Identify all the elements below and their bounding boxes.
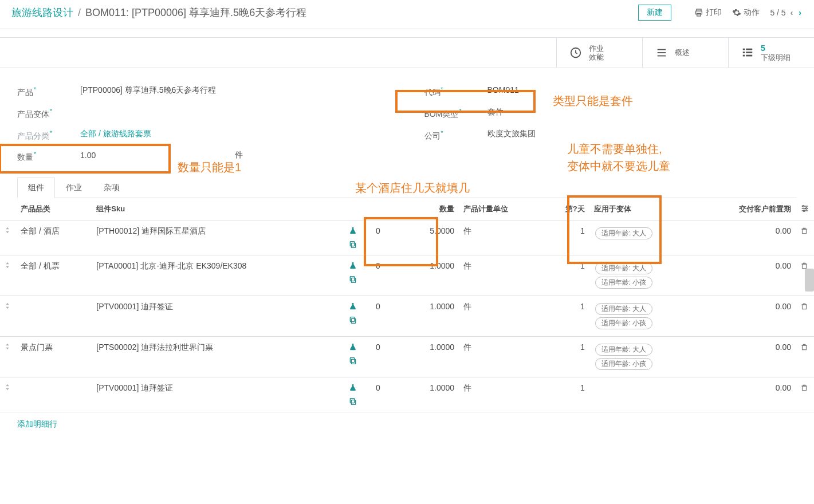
add-line-link[interactable]: 添加明细行 <box>0 412 814 436</box>
stat-overview[interactable]: 概述 <box>642 38 728 68</box>
table-row[interactable]: 全部 / 机票[PTA00001] 北京-迪拜-北京 EK309/EK30801… <box>0 255 814 296</box>
cell-lead[interactable]: 0.00 <box>699 220 796 255</box>
cell-variants[interactable]: 适用年龄: 大人适用年龄: 小孩 <box>589 296 699 337</box>
variant-tag[interactable]: 适用年龄: 小孩 <box>595 358 653 370</box>
cell-zero: 0 <box>371 296 406 337</box>
col-variants[interactable]: 应用于变体 <box>589 198 699 220</box>
value-category[interactable]: 全部 / 旅游线路套票 <box>80 129 390 139</box>
drag-handle-icon[interactable] <box>5 226 10 234</box>
cell-category[interactable]: 全部 / 酒店 <box>16 220 92 255</box>
col-day[interactable]: 第?天 <box>544 198 589 220</box>
variant-tag[interactable]: 适用年龄: 大人 <box>595 262 653 274</box>
trash-icon[interactable] <box>800 342 808 352</box>
cell-category[interactable]: 全部 / 机票 <box>16 255 92 296</box>
copy-icon[interactable] <box>348 275 357 284</box>
cell-sku[interactable]: [PTA00001] 北京-迪拜-北京 EK309/EK308 <box>92 255 344 296</box>
cell-day[interactable]: 1 <box>544 337 589 377</box>
cell-category[interactable] <box>16 296 92 337</box>
flask-icon[interactable] <box>348 261 357 270</box>
cell-lead[interactable]: 0.00 <box>699 337 796 377</box>
drag-handle-icon[interactable] <box>5 383 10 391</box>
trash-icon[interactable] <box>800 226 808 235</box>
cell-day[interactable]: 1 <box>544 220 589 255</box>
breadcrumb-root[interactable]: 旅游线路设计 <box>11 6 73 19</box>
input-quantity[interactable] <box>80 151 166 160</box>
flask-icon[interactable] <box>348 302 357 311</box>
cell-category[interactable]: 景点门票 <box>16 337 92 377</box>
cell-uom[interactable]: 件 <box>459 255 544 296</box>
table-row[interactable]: [PTV00001] 迪拜签证01.0000件10.00 <box>0 377 814 412</box>
col-uom[interactable]: 产品计量单位 <box>459 198 544 220</box>
cell-qty[interactable]: 5.0000 <box>406 220 459 255</box>
flask-icon[interactable] <box>348 342 357 352</box>
cell-lead[interactable]: 0.00 <box>699 296 796 337</box>
flask-icon[interactable] <box>348 226 357 235</box>
tab-misc[interactable]: 杂项 <box>93 178 131 198</box>
gear-icon <box>732 8 741 17</box>
control-bar: 旅游线路设计 / BOM011: [PTP00006] 尊享迪拜.5晚6天参考行… <box>0 0 814 29</box>
cell-day[interactable]: 1 <box>544 377 589 412</box>
cell-lead[interactable]: 0.00 <box>699 377 796 412</box>
cell-variants[interactable]: 适用年龄: 大人适用年龄: 小孩 <box>589 337 699 377</box>
value-code[interactable]: BOM011 <box>487 85 797 94</box>
col-qty[interactable]: 数量 <box>406 198 459 220</box>
cell-sku[interactable]: [PTH00012] 迪拜国际五星酒店 <box>92 220 344 255</box>
cell-variants[interactable]: 适用年龄: 大人 <box>589 220 699 255</box>
variant-tag[interactable]: 适用年龄: 小孩 <box>595 317 653 329</box>
cell-uom[interactable]: 件 <box>459 220 544 255</box>
trash-icon[interactable] <box>800 302 808 311</box>
variant-tag[interactable]: 适用年龄: 大人 <box>595 303 653 315</box>
cell-sku[interactable]: [PTV00001] 迪拜签证 <box>92 296 344 337</box>
field-variant: 产品变体* <box>17 107 390 120</box>
cell-variants[interactable] <box>589 377 699 412</box>
cell-category[interactable] <box>16 377 92 412</box>
col-lead[interactable]: 交付客户前置期 <box>699 198 796 220</box>
tab-operations[interactable]: 作业 <box>55 178 93 198</box>
cell-day[interactable]: 1 <box>544 296 589 337</box>
drag-handle-icon[interactable] <box>5 302 10 310</box>
pager-value[interactable]: 5 / 5 <box>770 8 785 17</box>
copy-icon[interactable] <box>348 240 357 249</box>
action-button[interactable]: 动作 <box>732 7 760 18</box>
drag-handle-icon[interactable] <box>5 261 10 269</box>
cell-qty[interactable]: 1.0000 <box>406 337 459 377</box>
table-row[interactable]: 全部 / 酒店[PTH00012] 迪拜国际五星酒店05.0000件1适用年龄:… <box>0 220 814 255</box>
column-config-icon[interactable] <box>800 204 809 213</box>
stat-details[interactable]: 5 下级明细 <box>728 38 814 68</box>
variant-tag[interactable]: 适用年龄: 小孩 <box>595 277 653 289</box>
variant-tag[interactable]: 适用年龄: 大人 <box>595 227 653 239</box>
flask-icon[interactable] <box>348 383 357 392</box>
cell-uom[interactable]: 件 <box>459 337 544 377</box>
cell-uom[interactable]: 件 <box>459 377 544 412</box>
variant-tag[interactable]: 适用年龄: 大人 <box>595 344 653 356</box>
pager-prev[interactable]: ‹ <box>789 8 795 17</box>
value-company[interactable]: 欧度文旅集团 <box>487 129 797 139</box>
stat-operations[interactable]: 作业 效能 <box>556 38 642 68</box>
cell-sku[interactable]: [PTS00002] 迪拜法拉利世界门票 <box>92 337 344 377</box>
copy-icon[interactable] <box>348 356 357 365</box>
value-bomtype[interactable]: 套件 <box>487 107 797 117</box>
cell-qty[interactable]: 1.0000 <box>406 296 459 337</box>
trash-icon[interactable] <box>800 383 808 392</box>
value-product[interactable]: [PTP00006] 尊享迪拜.5晚6天参考行程 <box>80 85 390 96</box>
cell-day[interactable]: 1 <box>544 255 589 296</box>
cell-lead[interactable]: 0.00 <box>699 255 796 296</box>
table-row[interactable]: [PTV00001] 迪拜签证01.0000件1适用年龄: 大人适用年龄: 小孩… <box>0 296 814 337</box>
cell-sku[interactable]: [PTV00001] 迪拜签证 <box>92 377 344 412</box>
col-sku[interactable]: 组件Sku <box>92 198 344 220</box>
copy-icon[interactable] <box>348 397 357 406</box>
table-row[interactable]: 景点门票[PTS00002] 迪拜法拉利世界门票01.0000件1适用年龄: 大… <box>0 337 814 377</box>
print-button[interactable]: 打印 <box>694 7 722 18</box>
drag-handle-icon[interactable] <box>5 342 10 351</box>
new-button[interactable]: 新建 <box>638 5 671 21</box>
cell-qty[interactable]: 1.0000 <box>406 377 459 412</box>
col-category[interactable]: 产品品类 <box>16 198 92 220</box>
tab-components[interactable]: 组件 <box>17 178 55 198</box>
cell-variants[interactable]: 适用年龄: 大人适用年龄: 小孩 <box>589 255 699 296</box>
cell-qty[interactable]: 1.0000 <box>406 255 459 296</box>
sheet-scroll-hint[interactable] <box>805 269 814 292</box>
pager-next[interactable]: › <box>797 8 803 17</box>
cell-uom[interactable]: 件 <box>459 296 544 337</box>
copy-icon[interactable] <box>348 316 357 325</box>
field-quantity: 数量* 件 <box>17 150 390 163</box>
